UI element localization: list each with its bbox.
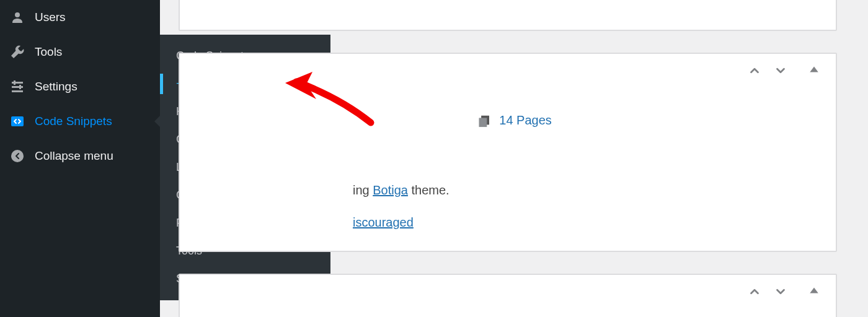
dashboard-panel-bottom (179, 274, 837, 317)
svg-rect-9 (479, 118, 487, 127)
pages-count-row[interactable]: 14 Pages (477, 113, 552, 128)
svg-rect-4 (14, 80, 16, 85)
sidebar-item-label: Code Snippets (35, 115, 112, 128)
svg-rect-3 (12, 90, 23, 92)
collapse-icon (9, 147, 26, 165)
sidebar-item-label: Settings (35, 80, 78, 93)
svg-point-7 (11, 150, 24, 162)
panel-toggle-group (748, 285, 820, 298)
pages-count-label: 14 Pages (499, 113, 552, 128)
users-icon (9, 9, 26, 26)
discouraged-link[interactable]: iscouraged (353, 215, 414, 229)
panel-move-up-icon[interactable] (748, 285, 761, 298)
content-area: 14 Pages ing Botiga theme. iscouraged (160, 0, 868, 317)
svg-rect-5 (19, 85, 21, 89)
sidebar-collapse-menu[interactable]: Collapse menu (0, 139, 160, 173)
sidebar-item-users[interactable]: Users (0, 0, 160, 35)
warning-link-row: iscouraged (353, 215, 414, 230)
panel-move-up-icon[interactable] (748, 64, 761, 77)
admin-sidebar: Users Tools Settings Code Snippets Colla… (0, 0, 160, 317)
dashboard-panel-top (179, 0, 837, 31)
sliders-icon (9, 78, 26, 95)
theme-prefix-fragment: ing (353, 183, 373, 197)
sidebar-item-tools[interactable]: Tools (0, 35, 160, 69)
svg-rect-2 (12, 86, 23, 88)
svg-rect-1 (12, 82, 23, 84)
svg-point-0 (15, 12, 20, 17)
svg-rect-6 (11, 116, 24, 126)
sidebar-item-code-snippets[interactable]: Code Snippets (0, 104, 160, 139)
panel-collapse-icon[interactable] (808, 285, 820, 298)
sidebar-item-label: Users (35, 11, 66, 24)
theme-name-link[interactable]: Botiga (373, 183, 408, 197)
sidebar-collapse-label: Collapse menu (35, 149, 113, 163)
code-icon (9, 113, 26, 130)
panel-move-down-icon[interactable] (774, 285, 787, 298)
sidebar-item-settings[interactable]: Settings (0, 69, 160, 104)
wrench-icon (9, 43, 26, 61)
dashboard-panel-middle: 14 Pages ing Botiga theme. iscouraged (179, 53, 837, 252)
panel-collapse-icon[interactable] (808, 64, 820, 77)
theme-suffix: theme. (408, 183, 450, 197)
theme-info-text: ing Botiga theme. (353, 183, 450, 198)
pages-icon (477, 114, 490, 128)
panel-move-down-icon[interactable] (774, 64, 787, 77)
panel-toggle-group (748, 64, 820, 77)
sidebar-item-label: Tools (35, 45, 62, 59)
